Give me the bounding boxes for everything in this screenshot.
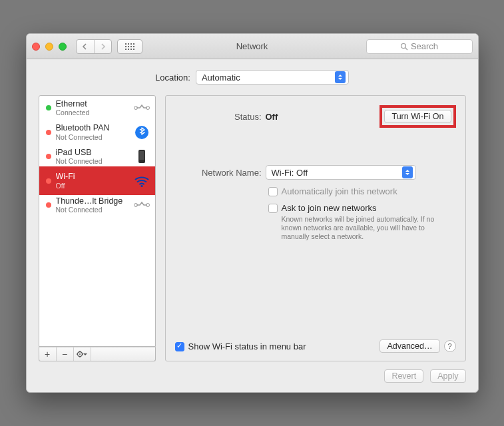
gear-icon [76,350,88,358]
remove-service-button[interactable]: − [57,347,74,361]
sidebar-toolbar: + − [39,347,156,361]
svg-rect-4 [125,46,126,47]
search-input[interactable]: Search [366,39,473,54]
apply-button[interactable]: Apply [430,369,465,383]
ask-join-description: Known networks will be joined automatica… [282,215,437,241]
highlight-box: Turn Wi-Fi On [379,105,455,128]
status-dot-icon [46,105,51,110]
actions-menu-button[interactable] [74,347,91,361]
svg-rect-3 [133,43,134,45]
svg-rect-8 [125,49,126,50]
zoom-icon[interactable] [59,43,67,51]
sidebar-item-ipad-usb[interactable]: iPad USB Not Connected [39,144,155,168]
help-button[interactable]: ? [444,340,456,352]
sidebar-item-sub: Not Connected [56,157,129,165]
status-dot-icon [46,154,51,159]
sidebar-item-label: Thunde…lt Bridge [56,196,129,206]
svg-rect-2 [130,43,132,45]
svg-rect-18 [139,151,144,160]
sidebar-item-ethernet[interactable]: Ethernet Connected [39,96,155,120]
detail-pane: Status: Off Turn Wi-Fi On Network Name: … [165,95,466,361]
minimize-icon[interactable] [45,43,53,51]
network-name-value: Wi-Fi: Off [272,168,308,178]
sidebar-item-label: iPad USB [56,148,129,157]
svg-point-12 [401,43,405,48]
sidebar-item-label: Bluetooth PAN [56,123,129,132]
svg-rect-7 [133,46,134,47]
svg-rect-1 [128,43,129,45]
status-label: Status: [175,112,262,122]
svg-point-19 [140,184,142,186]
location-label: Location: [155,73,190,83]
ask-join-row: Ask to join new networks [268,203,456,213]
svg-point-23 [79,353,81,355]
ask-join-label: Ask to join new networks [282,203,377,213]
forward-button[interactable] [94,40,111,53]
device-icon [134,148,150,164]
chevron-updown-icon [335,71,346,83]
advanced-button[interactable]: Advanced… [379,339,439,353]
show-menubar-checkbox[interactable] [175,342,184,351]
svg-rect-0 [125,43,126,45]
sidebar-item-sub: Not Connected [56,133,129,141]
back-button[interactable] [77,40,94,53]
sidebar-item-bluetooth-pan[interactable]: Bluetooth PAN Not Connected [39,120,155,144]
svg-rect-10 [130,49,132,50]
titlebar: Network Search [27,34,478,59]
wifi-icon [134,173,150,189]
ethernet-icon [134,197,150,213]
nav-back-forward [76,39,112,54]
location-value: Automatic [202,73,240,83]
services-sidebar: Ethernet Connected Bluetooth PAN Not Con… [39,95,156,361]
svg-rect-11 [133,49,134,50]
close-icon[interactable] [32,43,40,51]
status-value: Off [266,112,278,122]
services-list: Ethernet Connected Bluetooth PAN Not Con… [39,95,156,347]
bluetooth-icon [134,124,150,140]
sidebar-item-wifi[interactable]: Wi-Fi Off [39,168,155,192]
sidebar-item-thunderbolt-bridge[interactable]: Thunde…lt Bridge Not Connected [39,193,155,217]
status-dot-icon [46,178,51,184]
show-all-button[interactable] [117,39,142,54]
revert-button[interactable]: Revert [384,369,423,383]
sidebar-item-sub: Connected [56,108,129,116]
show-menubar-label: Show Wi-Fi status in menu bar [188,341,306,351]
search-placeholder: Search [411,41,438,51]
svg-line-13 [405,48,407,50]
ethernet-icon [134,100,150,116]
footer: Revert Apply [39,369,466,383]
sidebar-item-sub: Not Connected [56,206,129,214]
svg-rect-9 [128,49,129,50]
location-row: Location: Automatic [39,70,466,85]
sidebar-item-label: Wi-Fi [56,172,129,181]
status-dot-icon [46,202,51,208]
search-icon [400,43,408,51]
chevron-updown-icon [402,166,413,178]
turn-wifi-on-button[interactable]: Turn Wi-Fi On [384,110,451,123]
status-dot-icon [46,130,51,135]
network-prefs-window: Network Search Location: Automatic [26,33,479,393]
ask-join-checkbox[interactable] [268,204,278,213]
auto-join-checkbox[interactable] [268,187,278,196]
svg-rect-5 [128,46,129,47]
location-select[interactable]: Automatic [196,70,349,85]
svg-rect-6 [130,46,132,47]
window-controls [32,43,67,51]
auto-join-label: Automatically join this network [282,186,397,196]
sidebar-item-label: Ethernet [56,99,129,108]
network-name-label: Network Name: [175,168,262,178]
add-service-button[interactable]: + [39,347,57,361]
auto-join-row: Automatically join this network [268,186,456,196]
sidebar-item-sub: Off [56,182,129,190]
network-name-select[interactable]: Wi-Fi: Off [266,165,416,180]
